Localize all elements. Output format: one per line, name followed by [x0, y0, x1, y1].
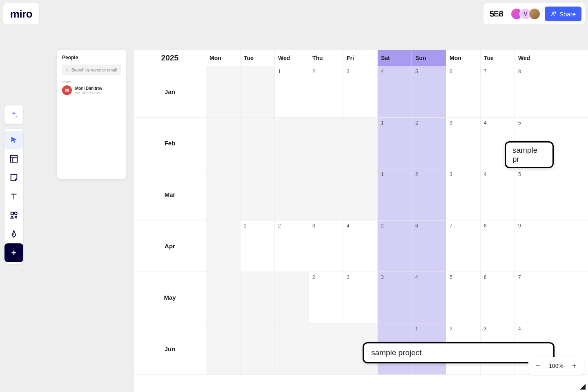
- calendar-month-row: Apr123426789: [134, 220, 588, 272]
- calendar-day-cell[interactable]: 4: [481, 169, 515, 220]
- event-card[interactable]: sample project: [363, 342, 555, 363]
- calendar-day-cell[interactable]: 5: [515, 169, 549, 220]
- people-search-input[interactable]: [71, 68, 118, 72]
- calendar-day-cell[interactable]: 3: [343, 272, 378, 323]
- sparkle-icon: [9, 110, 18, 119]
- svg-point-8: [14, 212, 17, 214]
- calendar-day-cell[interactable]: [241, 272, 275, 323]
- calendar-day-cell[interactable]: 5: [446, 272, 481, 323]
- more-tools-button[interactable]: [4, 243, 23, 262]
- svg-point-1: [555, 12, 556, 13]
- month-label: Feb: [134, 118, 206, 169]
- select-tool-button[interactable]: [4, 131, 23, 149]
- calendar-day-cell[interactable]: 2: [378, 220, 412, 272]
- reactions-button[interactable]: ᎦᎬᏰ: [487, 8, 506, 20]
- day-header: Wed: [275, 50, 309, 66]
- day-header: Tue: [241, 50, 275, 66]
- calendar-day-cell[interactable]: [241, 118, 275, 169]
- calendar[interactable]: 2025 MonTueWedThuFriSatSunMonTueWed Jan1…: [134, 50, 588, 392]
- calendar-day-cell[interactable]: 1: [378, 169, 412, 220]
- calendar-day-cell[interactable]: 4: [343, 220, 378, 272]
- calendar-day-cell[interactable]: 5: [412, 66, 446, 117]
- sticky-tool-button[interactable]: [4, 168, 23, 187]
- person-avatar: M: [62, 85, 72, 95]
- calendar-month-row: Mar12345: [134, 169, 588, 220]
- calendar-day-cell[interactable]: 3: [378, 272, 412, 323]
- event-card[interactable]: sample pr: [505, 141, 554, 168]
- calendar-day-cell[interactable]: [206, 66, 241, 117]
- collaborator-avatars[interactable]: V: [510, 8, 541, 20]
- zoom-in-button[interactable]: [567, 359, 581, 373]
- calendar-day-cell[interactable]: [343, 118, 378, 169]
- calendar-day-cell[interactable]: 2: [309, 272, 343, 323]
- calendar-day-cell[interactable]: 2: [412, 118, 446, 169]
- avatar[interactable]: [528, 8, 541, 20]
- calendar-day-cell[interactable]: [275, 118, 309, 169]
- calendar-day-cell[interactable]: 4: [378, 66, 412, 117]
- person-row[interactable]: M Moni Dimitrov mony@miro.com: [62, 85, 121, 95]
- calendar-month-row: May2334567: [134, 272, 588, 323]
- calendar-day-cell[interactable]: [206, 169, 241, 220]
- calendar-day-cell[interactable]: [241, 66, 275, 117]
- plus-icon: [570, 362, 578, 370]
- svg-point-12: [66, 69, 67, 70]
- calendar-day-cell[interactable]: [206, 323, 241, 374]
- sticky-icon: [9, 173, 18, 182]
- calendar-day-cell[interactable]: [241, 323, 275, 374]
- day-header: Wed: [515, 50, 549, 66]
- share-button[interactable]: Share: [545, 7, 581, 21]
- calendar-day-cell[interactable]: 7: [481, 66, 515, 117]
- calendar-day-cell[interactable]: 1: [241, 220, 275, 272]
- day-header: Sun: [412, 50, 446, 66]
- calendar-day-cell[interactable]: 6: [412, 220, 446, 272]
- calendar-day-cell[interactable]: [309, 169, 343, 220]
- calendar-day-cell[interactable]: 3: [446, 118, 481, 169]
- calendar-day-cell[interactable]: 3: [343, 66, 378, 117]
- template-tool-button[interactable]: [4, 149, 23, 168]
- people-search[interactable]: [62, 65, 121, 75]
- text-tool-button[interactable]: [4, 187, 23, 206]
- calendar-day-cell[interactable]: 2: [412, 169, 446, 220]
- day-header: Tue: [481, 50, 515, 66]
- event-text: sample project: [371, 348, 422, 357]
- calendar-day-cell[interactable]: 8: [515, 66, 549, 117]
- calendar-day-cell[interactable]: 7: [515, 272, 549, 323]
- person-email: mony@miro.com: [75, 91, 102, 94]
- person-info: Moni Dimitrov mony@miro.com: [75, 86, 102, 94]
- calendar-day-cell[interactable]: [343, 169, 378, 220]
- resize-corner-icon[interactable]: [580, 384, 586, 390]
- pen-tool-button[interactable]: [4, 225, 23, 243]
- calendar-day-cell[interactable]: 1: [275, 66, 309, 117]
- calendar-day-cell[interactable]: 4: [412, 272, 446, 323]
- shapes-tool-button[interactable]: [4, 206, 23, 225]
- calendar-day-cell[interactable]: [309, 323, 343, 374]
- calendar-day-cell[interactable]: 8: [481, 220, 515, 272]
- calendar-day-cell[interactable]: [275, 169, 309, 220]
- ai-tool-button[interactable]: [4, 105, 23, 124]
- calendar-day-cell[interactable]: 3: [446, 169, 481, 220]
- people-title: People: [62, 55, 121, 60]
- miro-logo[interactable]: miro: [3, 3, 39, 24]
- zoom-level[interactable]: 100%: [547, 363, 565, 369]
- month-label: Apr: [134, 220, 206, 272]
- svg-rect-2: [11, 156, 18, 163]
- calendar-day-cell[interactable]: 9: [515, 220, 549, 272]
- month-label: May: [134, 272, 206, 323]
- calendar-day-cell[interactable]: [206, 220, 241, 272]
- calendar-day-cell[interactable]: [309, 118, 343, 169]
- calendar-day-cell[interactable]: 2: [275, 220, 309, 272]
- online-label: Online: [62, 80, 121, 84]
- calendar-day-cell[interactable]: [275, 272, 309, 323]
- text-icon: [9, 192, 18, 201]
- calendar-day-cell[interactable]: 7: [446, 220, 481, 272]
- calendar-day-cell[interactable]: 2: [309, 66, 343, 117]
- calendar-day-cell[interactable]: 6: [446, 66, 481, 117]
- calendar-day-cell[interactable]: [206, 118, 241, 169]
- calendar-day-cell[interactable]: [206, 272, 241, 323]
- calendar-day-cell[interactable]: [275, 323, 309, 374]
- zoom-out-button[interactable]: [531, 359, 546, 373]
- calendar-day-cell[interactable]: 6: [481, 272, 515, 323]
- calendar-day-cell[interactable]: 3: [309, 220, 343, 272]
- calendar-day-cell[interactable]: 1: [378, 118, 412, 169]
- calendar-day-cell[interactable]: [241, 169, 275, 220]
